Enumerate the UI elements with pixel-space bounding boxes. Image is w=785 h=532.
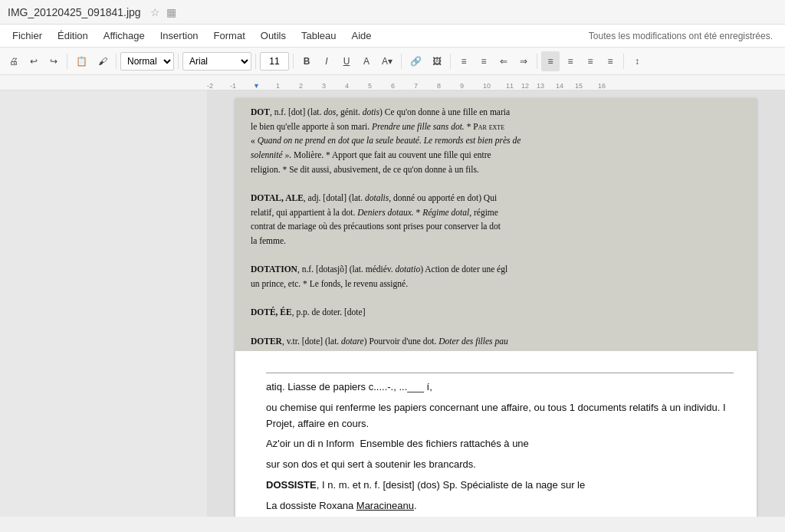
font-select[interactable]: Arial — [182, 52, 251, 71]
text-line-4: sur son dos et qui sert à soutenir les b… — [266, 457, 734, 473]
clipboard-button[interactable]: 📋 — [71, 51, 92, 71]
menu-outils[interactable]: Outils — [253, 27, 294, 44]
save-status: Toutes les modifications ont été enregis… — [589, 31, 773, 41]
toolbar: 🖨 ↩ ↪ 📋 🖌 Normal Arial B I U A A▾ 🔗 🖼 ≡ … — [0, 48, 785, 75]
menu-tableau[interactable]: Tableau — [294, 27, 344, 44]
link-button[interactable]: 🔗 — [406, 51, 426, 71]
titlebar: IMG_20120425_091841.jpg ☆ ▦ — [0, 0, 785, 25]
line-spacing-button[interactable]: ↕ — [628, 51, 646, 71]
redo-button[interactable]: ↪ — [44, 51, 63, 71]
window-title: IMG_20120425_091841.jpg — [8, 6, 141, 18]
text-line-2: ou chemise qui renferme les papiers conc… — [266, 400, 734, 432]
unordered-list-button[interactable]: ≡ — [475, 51, 493, 71]
text-line-6: La dossiste Roxana Maracineanu. — [266, 498, 734, 514]
paint-format-button[interactable]: 🖌 — [94, 51, 112, 71]
ordered-list-button[interactable]: ≡ — [455, 51, 473, 71]
menu-aide[interactable]: Aide — [344, 27, 379, 44]
align-justify-button[interactable]: ≡ — [601, 51, 619, 71]
left-margin — [0, 90, 207, 517]
scan-image-section: DOT, n.f. [dot] (lat. dos, génit. dotis)… — [235, 98, 757, 351]
star-icon[interactable]: ☆ — [150, 6, 160, 18]
italic-button[interactable]: I — [317, 51, 336, 71]
main-area: DOT, n.f. [dot] (lat. dos, génit. dotis)… — [0, 90, 785, 517]
text-line-1: atiq. Liasse de papiers c.....-., ...___… — [266, 379, 734, 396]
separator-6 — [401, 54, 402, 69]
text-line-3: Az'oir un di n Inform Ensemble des fichi… — [266, 436, 734, 452]
align-right-button[interactable]: ≡ — [581, 51, 599, 71]
font-color-button[interactable]: A — [357, 51, 376, 71]
document-area[interactable]: DOT, n.f. [dot] (lat. dos, génit. dotis)… — [207, 90, 785, 517]
separator-3 — [178, 54, 179, 69]
highlight-button[interactable]: A▾ — [377, 51, 397, 71]
align-center-button[interactable]: ≡ — [561, 51, 580, 71]
separator-8 — [537, 54, 537, 69]
text-line-5: DOSSISTE, I n. m. et n. f. [desist] (dos… — [266, 478, 734, 494]
separator-4 — [255, 54, 256, 69]
page: DOT, n.f. [dot] (lat. dos, génit. dotis)… — [235, 98, 757, 517]
ruler: -2 -1 ▼ 1 2 3 4 5 6 7 8 9 10 11 12 13 14… — [0, 75, 785, 90]
separator-1 — [67, 54, 67, 69]
menu-affichage[interactable]: Affichage — [96, 27, 153, 44]
align-left-button[interactable]: ≡ — [541, 51, 560, 71]
decrease-indent-button[interactable]: ⇐ — [494, 51, 513, 71]
scan-text-content: DOT, n.f. [dot] (lat. dos, génit. dotis)… — [235, 98, 757, 351]
menubar: Fichier Édition Affichage Insertion Form… — [0, 25, 785, 48]
style-select[interactable]: Normal — [120, 52, 174, 71]
text-section[interactable]: atiq. Liasse de papiers c.....-., ...___… — [235, 351, 757, 517]
separator-5 — [293, 54, 294, 69]
underline-button[interactable]: U — [337, 51, 356, 71]
menu-fichier[interactable]: Fichier — [5, 27, 50, 44]
menu-insertion[interactable]: Insertion — [153, 27, 206, 44]
print-button[interactable]: 🖨 — [5, 51, 23, 71]
section-divider — [266, 373, 734, 373]
scan-entry-dot: DOT, n.f. [dot] (lat. dos, génit. dotis)… — [251, 106, 741, 119]
separator-9 — [623, 54, 624, 69]
undo-button[interactable]: ↩ — [25, 51, 43, 71]
folder-icon[interactable]: ▦ — [166, 6, 176, 18]
separator-2 — [116, 54, 117, 69]
image-button[interactable]: 🖼 — [428, 51, 446, 71]
menu-edition[interactable]: Édition — [50, 27, 96, 44]
increase-indent-button[interactable]: ⇒ — [514, 51, 533, 71]
bold-button[interactable]: B — [297, 51, 316, 71]
separator-7 — [450, 54, 451, 69]
font-size-input[interactable] — [260, 52, 289, 71]
menu-format[interactable]: Format — [206, 27, 253, 44]
